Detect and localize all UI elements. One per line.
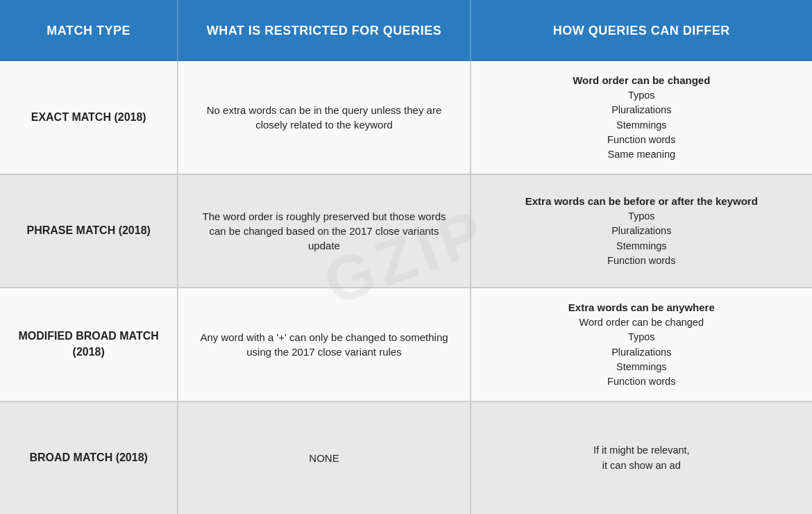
header-match-type: MATCH TYPE xyxy=(0,0,178,61)
table-body: EXACT MATCH (2018)No extra words can be … xyxy=(0,61,812,514)
differ-item-modified-2: Pluralizations xyxy=(611,345,671,359)
differ-bold-phrase: Extra words can be before or after the k… xyxy=(525,194,758,208)
table-row-modified: MODIFIED BROAD MATCH (2018)Any word with… xyxy=(0,288,812,402)
differ-modified: Extra words can be anywhereWord order ca… xyxy=(471,288,812,401)
differ-item-modified-0: Word order can be changed xyxy=(580,315,704,329)
match-type-modified: MODIFIED BROAD MATCH (2018) xyxy=(0,288,178,401)
restricted-broad: NONE xyxy=(178,402,471,515)
restricted-modified: Any word with a '+' can only be changed … xyxy=(178,288,471,401)
table-row-exact: EXACT MATCH (2018)No extra words can be … xyxy=(0,61,812,175)
differ-item-exact-2: Stemmings xyxy=(616,118,667,132)
restricted-exact: No extra words can be in the query unles… xyxy=(178,61,471,174)
differ-item-phrase-3: Function words xyxy=(607,254,675,267)
match-type-phrase: PHRASE MATCH (2018) xyxy=(0,175,178,288)
differ-phrase: Extra words can be before or after the k… xyxy=(471,175,812,288)
table-header: MATCH TYPE WHAT IS RESTRICTED FOR QUERIE… xyxy=(0,0,812,61)
differ-item-phrase-1: Pluralizations xyxy=(611,224,671,238)
differ-bold-exact: Word order can be changed xyxy=(573,73,710,88)
differ-item-modified-4: Function words xyxy=(607,374,675,388)
differ-item-modified-3: Stemmings xyxy=(616,360,667,374)
differ-item-exact-0: Typos xyxy=(628,88,655,102)
differ-item-phrase-2: Stemmings xyxy=(616,239,667,253)
differ-bold-modified: Extra words can be anywhere xyxy=(568,300,715,315)
differ-item-modified-1: Typos xyxy=(628,330,655,344)
differ-broad: If it might be relevant,it can show an a… xyxy=(471,402,812,515)
differ-exact: Word order can be changedTyposPluralizat… xyxy=(471,61,812,174)
differ-item-exact-1: Pluralizations xyxy=(611,103,671,117)
restricted-phrase: The word order is roughly preserved but … xyxy=(178,175,471,288)
match-type-broad: BROAD MATCH (2018) xyxy=(0,402,178,515)
comparison-table: GZIP MATCH TYPE WHAT IS RESTRICTED FOR Q… xyxy=(0,0,812,514)
table-wrapper: MATCH TYPE WHAT IS RESTRICTED FOR QUERIE… xyxy=(0,0,812,514)
table-row-phrase: PHRASE MATCH (2018)The word order is rou… xyxy=(0,175,812,289)
header-differ: HOW QUERIES CAN DIFFER xyxy=(471,0,812,61)
differ-item-exact-3: Function words xyxy=(607,133,675,147)
differ-item-broad-1: it can show an ad xyxy=(602,458,681,472)
differ-item-broad-0: If it might be relevant, xyxy=(593,443,690,457)
match-type-exact: EXACT MATCH (2018) xyxy=(0,61,178,174)
header-restricted: WHAT IS RESTRICTED FOR QUERIES xyxy=(178,0,471,61)
differ-item-phrase-0: Typos xyxy=(628,209,655,223)
table-row-broad: BROAD MATCH (2018)NONEIf it might be rel… xyxy=(0,402,812,515)
differ-item-exact-4: Same meaning xyxy=(608,147,676,161)
